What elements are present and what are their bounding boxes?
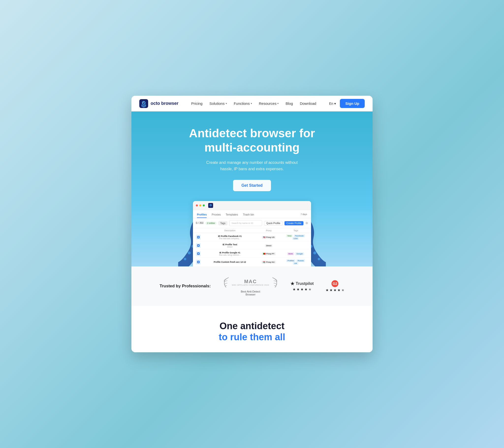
- svg-point-9: [184, 258, 186, 260]
- app-window: Profiles Proxies Templates Trash bin 7 d…: [193, 201, 311, 267]
- col-tags: Tags: [284, 229, 308, 232]
- chevron-down-icon: ▾: [226, 102, 227, 105]
- logo-icon: [139, 99, 148, 108]
- trustpilot-logo: ★ Trustpilot: [290, 281, 314, 286]
- hero-section: Antidetect browser for multi-accounting …: [131, 111, 373, 267]
- profile-info: IE Profile Google #1 Run ads, bring metr…: [206, 251, 254, 256]
- col-description: Description: [206, 229, 254, 232]
- profile-name: IE Profile Google #1: [206, 251, 254, 254]
- tag-ua: UA: [293, 262, 298, 265]
- tag-usa: USA: [292, 237, 299, 240]
- mac-award-icon: MAC MAC AFFILIATE CONFERENCE 2024: [222, 276, 278, 288]
- nav-item-pricing[interactable]: Pricing: [191, 101, 202, 106]
- nav-link-resources[interactable]: Resources ▾: [259, 101, 279, 106]
- star-5: ★: [308, 287, 312, 291]
- nav-item-blog[interactable]: Blog: [286, 101, 293, 106]
- language-selector[interactable]: En ▾: [329, 102, 336, 106]
- table-row: Profile Custom fresh acc 12-12 🇭🇺 Proxy …: [193, 258, 311, 267]
- tag-new: New: [286, 234, 293, 237]
- nav-link-solutions[interactable]: Solutions ▾: [209, 101, 227, 106]
- mac-award-badge: MAC MAC AFFILIATE CONFERENCE 2024 Best A…: [222, 276, 278, 296]
- profile-desc: Run ads, bring metrics...: [206, 254, 254, 256]
- g2-stars: ★ ★ ★ ★ ★: [325, 288, 344, 292]
- star-4: ★: [305, 287, 308, 291]
- hero-subtitle: Create and manage any number of accounts…: [200, 160, 304, 172]
- award-title: Best Anti-Detect Browser: [241, 290, 260, 296]
- profile-name: IE Profile Facebook #1: [206, 235, 254, 237]
- tags-info: New Facebook USA: [284, 234, 308, 240]
- signup-button[interactable]: Sign Up: [340, 99, 365, 108]
- create-profile-button[interactable]: Create Profile: [285, 221, 304, 225]
- profile-info: IE Profile Test Direct: [206, 243, 254, 248]
- nav-link-pricing[interactable]: Pricing: [191, 101, 202, 106]
- browser-window: octo browser Pricing Solutions ▾ Functio…: [131, 96, 373, 352]
- profile-name: Profile Custom fresh acc 12-12: [206, 261, 254, 263]
- col-proxy: Proxy: [254, 229, 284, 232]
- nav-link-functions[interactable]: Functions ▾: [234, 101, 252, 106]
- bottom-section: One antidetect to rule them all: [131, 306, 373, 352]
- tag-facebook: Facebook: [294, 234, 305, 237]
- mac-award-text: MAC MAC AFFILIATE CONFERENCE 2024: [232, 279, 269, 286]
- star-5: ★: [341, 288, 344, 292]
- chevron-down-icon: ▾: [277, 102, 279, 105]
- bottom-title-blue: to rule them all: [139, 332, 365, 342]
- tag-profiles: Profiles: [286, 259, 295, 262]
- row-icon: [196, 251, 201, 256]
- star-2: ★: [329, 288, 333, 292]
- proxy-info: 🇵🇹 Proxy PT: [254, 252, 284, 255]
- nav-link-download[interactable]: Download: [300, 101, 316, 106]
- window-dot-yellow: [199, 204, 201, 206]
- nav-item-resources[interactable]: Resources ▾: [259, 101, 279, 106]
- svg-point-25: [313, 251, 316, 254]
- tab-trash[interactable]: Trash bin: [243, 212, 254, 218]
- days-filter[interactable]: 7 days: [301, 212, 307, 218]
- proxy-info: Direct: [254, 244, 284, 247]
- row-icon: [196, 243, 201, 248]
- brand-logo[interactable]: octo browser: [139, 99, 179, 108]
- trusted-section: Trusted by Professionals: MAC MAC AFFILI…: [131, 267, 373, 306]
- tag-work: Work: [287, 252, 294, 255]
- table-row: IE Profile Google #1 Run ads, bring metr…: [193, 250, 311, 258]
- nav-item-download[interactable]: Download: [300, 101, 316, 106]
- navbar: octo browser Pricing Solutions ▾ Functio…: [131, 96, 373, 111]
- proxy-info: 🇺🇸 Proxy US: [254, 236, 284, 239]
- brand-name: octo browser: [151, 101, 179, 106]
- row-icon: [196, 260, 201, 265]
- svg-point-8: [188, 251, 191, 254]
- star-3: ★: [301, 287, 304, 291]
- search-bar[interactable]: Search by name or ID: [229, 220, 262, 226]
- tab-proxies[interactable]: Proxies: [212, 212, 221, 218]
- chevron-down-icon: ▾: [251, 102, 252, 105]
- proxy-info: 🇭🇺 Proxy HU: [254, 261, 284, 264]
- profile-name: IE Profile Test: [206, 243, 254, 246]
- trusted-label: Trusted by Professionals:: [160, 284, 211, 288]
- laurel-left-icon: [222, 276, 230, 288]
- trustpilot-rating: ★ Trustpilot ★ ★ ★ ★ ★: [290, 281, 314, 291]
- online-badge: 2 online: [205, 222, 216, 225]
- nav-link-blog[interactable]: Blog: [286, 101, 293, 106]
- star-2: ★: [297, 287, 300, 291]
- svg-point-3: [143, 102, 144, 103]
- settings-icon[interactable]: ⚙: [306, 221, 308, 225]
- app-toolbar: 0 / 350 2 online Tags Search by name or …: [193, 218, 311, 228]
- app-mockup-container: Profiles Proxies Templates Trash bin 7 d…: [183, 201, 321, 267]
- trustpilot-stars: ★ ★ ★ ★ ★: [293, 287, 312, 291]
- bottom-title: One antidetect: [139, 321, 365, 332]
- tab-templates[interactable]: Templates: [226, 212, 238, 218]
- nav-item-solutions[interactable]: Solutions ▾: [209, 101, 227, 106]
- get-started-button[interactable]: Get Started: [233, 180, 271, 191]
- app-logo-small-icon: [208, 203, 213, 208]
- app-titlebar: [193, 201, 311, 210]
- nav-item-functions[interactable]: Functions ▾: [234, 101, 252, 106]
- search-placeholder: Search by name or ID: [232, 222, 253, 224]
- window-dot-red: [196, 204, 198, 206]
- star-4: ★: [337, 288, 341, 292]
- quick-profile-button[interactable]: Quick Profile: [264, 221, 283, 226]
- window-dot-green: [203, 204, 205, 206]
- tags-chip[interactable]: Tags: [218, 221, 227, 225]
- row-icon: [196, 235, 201, 240]
- tab-profiles[interactable]: Profiles: [197, 212, 207, 218]
- g2-logo: G2: [331, 280, 338, 287]
- profile-desc: Direct: [206, 246, 254, 248]
- tag-google: Google: [295, 252, 304, 255]
